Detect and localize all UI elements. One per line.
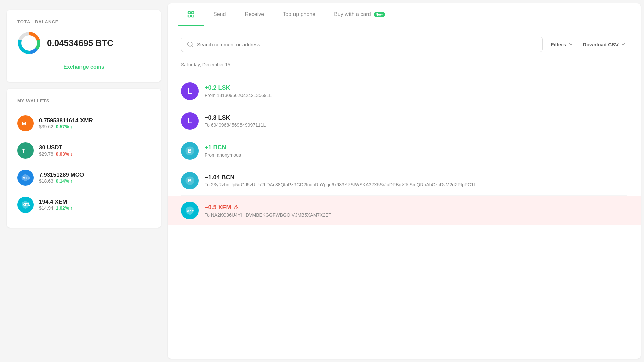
tx-amount-tx4: −1.04 BCN <box>205 174 627 181</box>
svg-rect-13 <box>192 15 194 17</box>
tx-address-tx3: From anonymous <box>205 152 627 158</box>
tx-avatar-tx5: XEM <box>181 202 199 219</box>
wallet-info-xmr: 0.75953811614 XMR $39.62 0.57% ↑ <box>39 117 150 129</box>
tx-item-tx4[interactable]: B −1.04 BCN To 23yRzbnUp5dGd5vUUa2bDAc38… <box>181 166 627 196</box>
tx-item-tx5[interactable]: XEM −0.5 XEM⚠ To NA2KC36U4YIHDVMBEKGGFWB… <box>168 196 641 225</box>
svg-text:B: B <box>188 178 192 183</box>
wallet-usd-mco: $18.63 0.14% ↑ <box>39 178 150 184</box>
wallet-item-usdt[interactable]: T 30 USDT $29.78 0.03% ↓ <box>17 137 150 164</box>
total-balance-card: TOTAL BALANCE 0.04534695 BTC Exchange co… <box>7 10 161 82</box>
total-balance-label: TOTAL BALANCE <box>17 19 150 24</box>
right-panel: Send Receive Top up phone Buy with a car… <box>168 3 641 359</box>
chevron-down-icon-csv <box>621 42 626 47</box>
wallet-item-xem[interactable]: XEM 194.4 XEM $14.94 1.02% ↑ <box>17 191 150 218</box>
tx-amount-tx1: +0.2 LSK <box>205 84 627 92</box>
svg-rect-12 <box>192 12 194 14</box>
new-badge: New <box>374 12 385 17</box>
bcn-avatar-icon: B <box>185 146 195 156</box>
content-area: Filters Download CSV Saturday, December … <box>168 26 641 359</box>
tx-info-tx1: +0.2 LSK From 18130956204242135691L <box>205 84 627 98</box>
tab-buycard[interactable]: Buy with a card New <box>325 4 394 26</box>
tx-info-tx2: −0.3 LSK To 60409684569649997111L <box>205 114 627 128</box>
wallet-change-usdt: 0.03% ↓ <box>56 151 73 157</box>
date-separator: Saturday, December 15 <box>181 62 627 71</box>
svg-text:B: B <box>188 148 192 154</box>
warning-icon: ⚠ <box>233 204 239 211</box>
tx-info-tx5: −0.5 XEM⚠ To NA2KC36U4YIHDVMBEKGGFWBGOIV… <box>205 204 627 218</box>
tab-buycard-label: Buy with a card <box>334 11 371 17</box>
wallet-amount-mco: 7.93151289 MCO <box>39 172 150 178</box>
wallet-info-usdt: 30 USDT $29.78 0.03% ↓ <box>39 144 150 157</box>
svg-rect-11 <box>188 15 190 17</box>
tx-address-tx1: From 18130956204242135691L <box>205 93 627 98</box>
tx-avatar-tx4: B <box>181 172 199 189</box>
transaction-list: L +0.2 LSK From 18130956204242135691L L … <box>181 76 627 225</box>
search-row: Filters Download CSV <box>181 37 627 52</box>
mco-icon: MCO <box>21 173 30 182</box>
wallet-icon-xem: XEM <box>17 197 34 213</box>
tab-receive-label: Receive <box>245 11 264 17</box>
my-wallets-label: MY WALLETS <box>17 98 150 103</box>
tab-send-label: Send <box>213 11 226 17</box>
wallet-info-mco: 7.93151289 MCO $18.63 0.14% ↑ <box>39 172 150 184</box>
history-icon <box>187 11 195 18</box>
search-box[interactable] <box>181 37 543 52</box>
download-csv-button[interactable]: Download CSV <box>581 39 627 50</box>
tx-item-tx1[interactable]: L +0.2 LSK From 18130956204242135691L <box>181 76 627 106</box>
tx-info-tx3: +1 BCN From anonymous <box>205 144 627 158</box>
wallet-amount-xem: 194.4 XEM <box>39 199 150 205</box>
tx-amount-tx2: −0.3 LSK <box>205 114 627 121</box>
tx-avatar-tx2: L <box>181 112 199 130</box>
balance-amount: 0.04534695 BTC <box>47 38 113 48</box>
wallet-item-xmr[interactable]: M 0.75953811614 XMR $39.62 0.57% ↑ <box>17 110 150 137</box>
search-input[interactable] <box>197 42 537 47</box>
tx-address-tx2: To 60409684569649997111L <box>205 122 627 128</box>
my-wallets-card: MY WALLETS M 0.75953811614 XMR $39.62 0.… <box>7 89 161 228</box>
left-panel: TOTAL BALANCE 0.04534695 BTC Exchange co… <box>0 0 168 362</box>
wallet-icon-mco: MCO <box>17 170 34 186</box>
filters-label: Filters <box>551 42 566 47</box>
wallet-usd-xem: $14.94 1.02% ↑ <box>39 205 150 211</box>
wallet-usd-usdt: $29.78 0.03% ↓ <box>39 151 150 157</box>
balance-donut-chart <box>17 31 41 55</box>
chevron-down-icon <box>568 42 573 47</box>
tx-avatar-tx1: L <box>181 82 199 100</box>
tx-address-tx4: To 23yRzbnUp5dGd5vUUa2bDAc38QtaPz9GD2fnq… <box>205 182 627 187</box>
xmr-icon: M <box>21 119 30 128</box>
xem-avatar-icon: XEM <box>185 206 195 215</box>
csv-label: Download CSV <box>583 42 619 47</box>
tx-info-tx4: −1.04 BCN To 23yRzbnUp5dGd5vUUa2bDAc38Qt… <box>205 174 627 187</box>
tabs-bar: Send Receive Top up phone Buy with a car… <box>168 3 641 26</box>
wallet-change-xem: 1.02% ↑ <box>56 205 73 211</box>
svg-text:MCO: MCO <box>23 176 30 180</box>
tab-receive[interactable]: Receive <box>235 4 273 26</box>
svg-text:M: M <box>22 121 26 126</box>
svg-rect-10 <box>188 12 190 14</box>
wallets-list: M 0.75953811614 XMR $39.62 0.57% ↑ T 30 … <box>17 110 150 218</box>
tab-topup[interactable]: Top up phone <box>273 4 325 26</box>
wallet-amount-usdt: 30 USDT <box>39 144 150 151</box>
tab-topup-label: Top up phone <box>283 11 315 17</box>
tx-amount-tx3: +1 BCN <box>205 144 627 151</box>
tab-send[interactable]: Send <box>204 4 235 26</box>
balance-row: 0.04534695 BTC <box>17 31 150 55</box>
wallet-change-mco: 0.14% ↑ <box>56 178 73 184</box>
svg-text:XEM: XEM <box>23 203 30 207</box>
tx-item-tx2[interactable]: L −0.3 LSK To 60409684569649997111L <box>181 106 627 136</box>
exchange-coins-button[interactable]: Exchange coins <box>17 61 150 73</box>
wallet-item-mco[interactable]: MCO 7.93151289 MCO $18.63 0.14% ↑ <box>17 164 150 191</box>
search-icon <box>187 41 194 48</box>
xem-icon: XEM <box>21 200 30 209</box>
svg-text:T: T <box>22 148 25 154</box>
tx-item-tx3[interactable]: B +1 BCN From anonymous <box>181 136 627 166</box>
tab-history[interactable] <box>178 3 204 26</box>
wallet-change-xmr: 0.57% ↑ <box>56 124 73 129</box>
tx-amount-tx5: −0.5 XEM⚠ <box>205 204 627 211</box>
usdt-icon: T <box>21 146 30 155</box>
tx-address-tx5: To NA2KC36U4YIHDVMBEKGGFWBGOIVJMB5XAM7X2… <box>205 212 627 218</box>
svg-line-15 <box>192 46 193 47</box>
wallet-usd-xmr: $39.62 0.57% ↑ <box>39 124 150 129</box>
filters-button[interactable]: Filters <box>549 39 575 50</box>
tx-avatar-tx3: B <box>181 142 199 160</box>
bcn-avatar-icon: B <box>185 176 195 185</box>
